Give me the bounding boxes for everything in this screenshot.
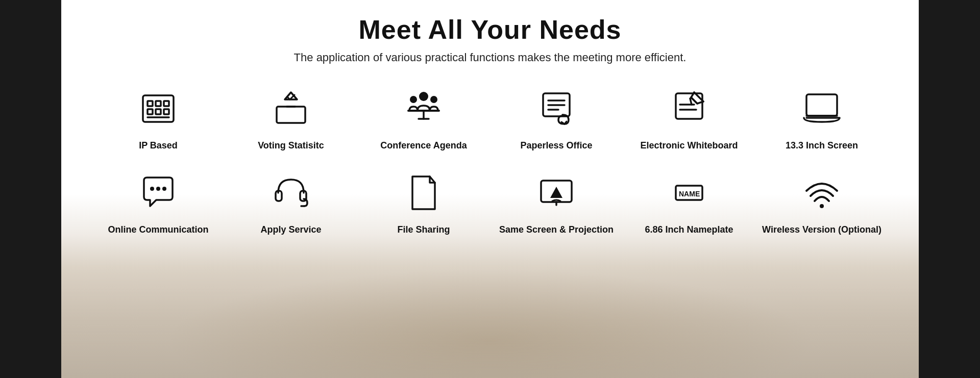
side-panel-left	[0, 0, 61, 378]
feature-whiteboard-label: Electronic Whiteboard	[640, 140, 738, 152]
svg-point-41	[820, 204, 824, 208]
svg-point-31	[156, 187, 160, 191]
svg-point-14	[430, 96, 437, 103]
svg-marker-37	[550, 187, 562, 198]
feature-nameplate-label: 6.86 Inch Nameplate	[645, 224, 733, 236]
svg-rect-28	[806, 94, 837, 116]
chat-icon	[135, 170, 181, 216]
feature-apply-service: Apply Service	[225, 165, 357, 244]
feature-agenda-label: Conference Agenda	[380, 140, 467, 152]
feature-screen-label: 13.3 Inch Screen	[786, 140, 858, 152]
feature-file-sharing-label: File Sharing	[397, 224, 450, 236]
side-panel-right	[919, 0, 980, 378]
svg-point-32	[162, 187, 166, 191]
svg-text:NAME: NAME	[679, 190, 700, 198]
feature-screen: 13.3 Inch Screen	[755, 81, 888, 160]
wifi-icon	[799, 170, 845, 216]
feature-communication-label: Online Communication	[108, 224, 208, 236]
feature-agenda: Conference Agenda	[357, 81, 490, 160]
svg-point-30	[150, 187, 154, 191]
file-icon	[401, 170, 447, 216]
feature-wireless-label: Wireless Version (Optional)	[762, 224, 881, 236]
feature-nameplate: NAME 6.86 Inch Nameplate	[623, 165, 755, 244]
screen-icon	[799, 86, 845, 132]
feature-voting: Voting Statisitc	[225, 81, 357, 160]
features-row-1: IP Based Voting Statisitc	[61, 81, 919, 160]
feature-whiteboard: Electronic Whiteboard	[623, 81, 755, 160]
paperless-icon	[533, 86, 579, 132]
svg-rect-2	[156, 101, 161, 106]
features-row-2: Online Communication Apply Service	[61, 165, 919, 244]
svg-rect-4	[148, 109, 153, 114]
voting-icon	[268, 86, 314, 132]
feature-wireless: Wireless Version (Optional)	[755, 165, 888, 244]
feature-communication: Online Communication	[92, 165, 225, 244]
svg-rect-1	[148, 101, 153, 106]
feature-voting-label: Voting Statisitc	[258, 140, 324, 152]
main-content: Meet All Your Needs The application of v…	[61, 0, 919, 244]
feature-projection: Same Screen & Projection	[490, 165, 623, 244]
svg-point-12	[410, 96, 417, 103]
projection-icon	[533, 170, 579, 216]
svg-rect-8	[277, 107, 305, 123]
feature-projection-label: Same Screen & Projection	[499, 224, 614, 236]
svg-rect-6	[164, 109, 169, 114]
feature-file-sharing: File Sharing	[357, 165, 490, 244]
headset-icon	[268, 170, 314, 216]
feature-paperless-label: Paperless Office	[520, 140, 592, 152]
svg-rect-5	[156, 109, 161, 114]
conference-agenda-icon	[401, 86, 447, 132]
page-subtitle: The application of various practical fun…	[294, 51, 687, 64]
svg-point-13	[419, 92, 428, 101]
feature-ip-based-label: IP Based	[139, 140, 178, 152]
feature-paperless: Paperless Office	[490, 81, 623, 160]
whiteboard-icon	[666, 86, 712, 132]
ip-based-icon	[135, 86, 181, 132]
svg-line-25	[690, 98, 692, 105]
svg-rect-3	[164, 101, 169, 106]
nameplate-icon: NAME	[666, 170, 712, 216]
feature-apply-service-label: Apply Service	[260, 224, 321, 236]
feature-ip-based: IP Based	[92, 81, 225, 160]
page-title: Meet All Your Needs	[358, 14, 621, 45]
